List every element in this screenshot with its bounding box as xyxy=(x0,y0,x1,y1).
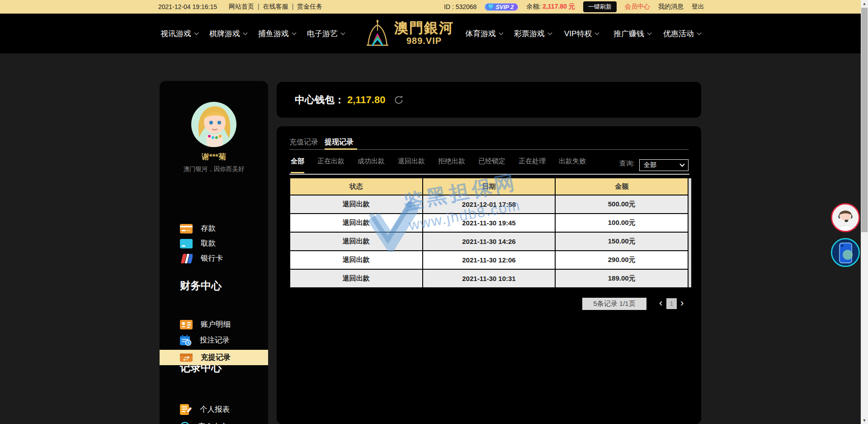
nav-label: 优惠活动 xyxy=(663,29,694,39)
personal-report-icon xyxy=(180,404,192,415)
col-header-date: 日期 xyxy=(423,178,555,195)
topbar: 2021-12-04 19:16:15 网站首页|在线客服|赏金任务 ID : … xyxy=(0,0,868,14)
filter-tab-processing[interactable]: 正在处理 xyxy=(519,157,546,166)
sidebar-item-personal-report[interactable]: 个人报表 xyxy=(160,402,268,417)
wallet-label: 中心钱包： xyxy=(295,93,344,107)
chevron-down-icon xyxy=(292,30,297,35)
one-key-refresh-button[interactable]: 一键刷新 xyxy=(583,1,617,12)
nav-item-lottery[interactable]: 彩票游戏 xyxy=(514,14,552,53)
my-messages-link[interactable]: 我的消息 xyxy=(658,3,684,11)
scroll-up-arrow[interactable]: ▲ xyxy=(861,0,868,7)
nav-item-board-games[interactable]: 棋牌游戏 xyxy=(209,14,247,53)
sidebar-item-bank-card[interactable]: 银行卡 xyxy=(160,251,268,266)
customer-service-floater[interactable] xyxy=(831,203,860,232)
nav-item-sports[interactable]: 体育游戏 xyxy=(465,14,503,53)
pagination-summary: 5条记录 1/1页 xyxy=(582,298,646,310)
sidebar-item-label: 安全中心 xyxy=(198,422,228,424)
filter-tab-returned[interactable]: 退回出款 xyxy=(398,157,425,166)
table-cell: 退回出款 xyxy=(290,195,422,213)
bet-record-icon xyxy=(180,335,192,346)
filter-tab-failed[interactable]: 出款失败 xyxy=(559,157,586,166)
filter-tab-all[interactable]: 全部 xyxy=(291,157,304,166)
sidebar-item-label: 充提记录 xyxy=(201,353,231,362)
user-id: ID : 532068 xyxy=(444,3,476,10)
site-logo[interactable]: 澳門銀河 989.VIP xyxy=(364,19,454,47)
datetime: 2021-12-04 19:16:15 xyxy=(158,3,217,10)
link-online-service[interactable]: 在线客服 xyxy=(263,3,288,10)
table-cell: 290.00元 xyxy=(556,251,688,269)
wallet-panel: 中心钱包： 2,117.80 xyxy=(277,82,701,118)
tab-withdraw-records[interactable]: 提现记录 xyxy=(325,138,354,147)
service-agent-icon xyxy=(832,205,859,231)
record-tabs: 充值记录 提现记录 xyxy=(289,138,354,147)
security-center-icon xyxy=(180,422,190,424)
balance-label: 余额: xyxy=(526,3,541,10)
app-download-floater[interactable] xyxy=(831,238,860,267)
account-detail-icon xyxy=(180,320,193,329)
wallet-value: 2,117.80 xyxy=(347,94,385,106)
avatar[interactable] xyxy=(191,102,236,147)
logout-link[interactable]: 登出 xyxy=(692,3,704,11)
table-cell: 2021-11-30 12:06 xyxy=(423,251,555,269)
query-select[interactable]: 全部 xyxy=(639,159,689,171)
col-header-amount: 金额 xyxy=(556,178,688,195)
topbar-right-group: ID : 532068 SVIP 2 余额: 2,117.80 元 一键刷新 会… xyxy=(444,0,704,14)
nav-item-vip[interactable]: VIP特权 xyxy=(564,14,599,53)
nav-label: 电子游艺 xyxy=(307,29,338,39)
username: 谢***菊 xyxy=(160,152,268,162)
sidebar-item-transaction-records[interactable]: 充提记录 xyxy=(160,350,268,365)
phone-icon xyxy=(832,239,859,266)
diamond-icon xyxy=(487,4,494,10)
scroll-down-arrow[interactable]: ▼ xyxy=(861,417,868,424)
withdraw-card-icon xyxy=(180,239,193,248)
browser-scrollbar[interactable]: ▲ ▼ xyxy=(861,0,868,424)
filter-tab-success[interactable]: 成功出款 xyxy=(358,157,385,166)
sidebar-item-withdraw[interactable]: 取款 xyxy=(160,236,268,251)
nav-label: 推广赚钱 xyxy=(613,29,644,39)
nav-item-promotion-earn[interactable]: 推广赚钱 xyxy=(613,14,651,53)
nav-item-fishing[interactable]: 捕鱼游戏 xyxy=(258,14,296,53)
chevron-down-icon xyxy=(194,30,199,35)
member-center-link[interactable]: 会员中心 xyxy=(625,3,650,11)
nav-item-slots[interactable]: 电子游艺 xyxy=(307,14,344,53)
chevron-down-icon xyxy=(595,30,599,35)
page-number[interactable]: 1 xyxy=(666,298,677,309)
next-page-button[interactable]: › xyxy=(680,297,684,309)
status-filters: 全部 正在出款 成功出款 退回出款 拒绝出款 已经锁定 正在处理 出款失败 xyxy=(291,157,586,166)
tab-deposit-records[interactable]: 充值记录 xyxy=(289,138,318,147)
link-separator: | xyxy=(292,3,294,10)
table-cell: 189.00元 xyxy=(556,270,688,287)
vip-badge: SVIP 2 xyxy=(485,3,518,11)
table-cell: 2021-11-30 19:45 xyxy=(423,214,555,232)
table-cell: 150.00元 xyxy=(556,233,688,250)
table-cell: 2021-11-30 10:31 xyxy=(423,270,555,287)
sidebar-item-label: 银行卡 xyxy=(201,253,223,263)
link-bounty-task[interactable]: 赏金任务 xyxy=(297,3,322,10)
link-home[interactable]: 网站首页 xyxy=(229,3,254,10)
sidebar-item-bet-records[interactable]: 投注记录 xyxy=(160,333,268,348)
galaxy-fountain-icon xyxy=(364,19,391,47)
nav-item-offers[interactable]: 优惠活动 xyxy=(663,14,701,53)
sidebar: 谢***菊 澳门银河，因你而美好 财务中心 存款 取款 银行卡 记录中心 账户明… xyxy=(160,81,268,424)
active-tab-indicator xyxy=(325,148,357,150)
prev-page-button[interactable]: ‹ xyxy=(659,297,662,309)
table-scrollbar[interactable] xyxy=(689,178,691,287)
sidebar-item-label: 个人报表 xyxy=(200,405,230,414)
filter-tab-locked[interactable]: 已经锁定 xyxy=(478,157,505,166)
sidebar-item-deposit[interactable]: 存款 xyxy=(160,221,268,236)
table-cell: 退回出款 xyxy=(290,270,422,287)
sidebar-item-account-detail[interactable]: 账户明细 xyxy=(160,317,268,332)
nav-label: 视讯游戏 xyxy=(160,29,191,39)
nav-label: 体育游戏 xyxy=(465,29,496,39)
bank-cards-icon xyxy=(180,254,193,263)
sidebar-item-security-center[interactable]: 安全中心 xyxy=(160,419,268,424)
scrollbar-thumb[interactable] xyxy=(861,8,868,232)
sidebar-item-label: 取款 xyxy=(201,238,216,248)
filter-tab-paying[interactable]: 正在出款 xyxy=(317,157,344,166)
refresh-icon[interactable] xyxy=(393,95,404,105)
nav-item-live-casino[interactable]: 视讯游戏 xyxy=(160,14,198,53)
sidebar-item-label: 存款 xyxy=(201,224,216,233)
filter-tab-rejected[interactable]: 拒绝出款 xyxy=(438,157,465,166)
sidebar-item-label: 账户明细 xyxy=(201,319,231,329)
col-header-status: 状态 xyxy=(290,178,422,195)
